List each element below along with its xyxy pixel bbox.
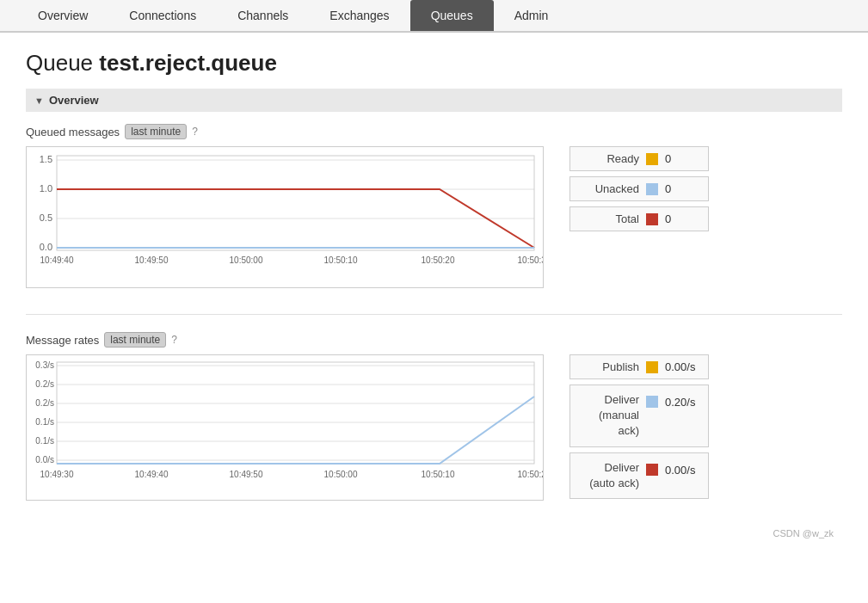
svg-text:0.2/s: 0.2/s [35,379,54,389]
queued-messages-help[interactable]: ? [192,126,198,138]
svg-text:10:50:00: 10:50:00 [324,470,358,479]
message-rates-svg: 0.3/s 0.2/s 0.2/s 0.1/s 0.1/s 0.0/s [27,355,543,497]
overview-section-header[interactable]: ▼ Overview [26,89,842,112]
legend-deliver-manual-label: Deliver(manualack) [579,392,639,440]
svg-text:10:50:00: 10:50:00 [230,255,263,265]
page-title-prefix: Queue [26,50,99,76]
svg-text:10:50:20: 10:50:20 [422,255,455,265]
svg-text:10:49:50: 10:49:50 [135,255,169,265]
legend-deliver-auto-value: 0.00/s [665,464,699,477]
message-rates-title: Message rates [26,334,99,347]
queued-messages-chart: 1.5 1.0 0.5 0.0 [26,146,544,288]
legend-item-total: Total 0 [569,206,709,231]
legend-item-deliver-manual: Deliver(manualack) 0.20/s [569,385,709,447]
svg-rect-27 [57,362,534,464]
legend-total-value: 0 [665,212,699,225]
tab-exchanges[interactable]: Exchanges [309,0,409,31]
legend-publish-label: Publish [579,360,639,373]
svg-text:10:49:40: 10:49:40 [135,470,169,479]
svg-text:1.5: 1.5 [40,154,52,164]
legend-unacked-color [646,183,658,195]
svg-text:10:49:50: 10:49:50 [230,470,263,479]
legend-unacked-label: Unacked [579,182,639,195]
svg-text:0.5: 0.5 [40,212,52,223]
legend-deliver-manual-value: 0.20/s [665,396,699,409]
legend-publish-color [646,361,658,373]
svg-text:10:50:30: 10:50:30 [518,255,543,265]
svg-text:1.0: 1.0 [40,183,52,194]
svg-text:0.2/s: 0.2/s [35,398,54,408]
nav-bar: Overview Connections Channels Exchanges … [0,0,868,33]
queued-messages-title: Queued messages [26,126,120,138]
message-rates-chart: 0.3/s 0.2/s 0.2/s 0.1/s 0.1/s 0.0/s [26,354,544,501]
svg-text:10:49:30: 10:49:30 [40,470,74,479]
tab-admin[interactable]: Admin [494,0,569,31]
svg-text:10:50:20: 10:50:20 [518,470,543,479]
queued-messages-label-row: Queued messages last minute ? [26,124,842,139]
overview-section-label: Overview [49,94,99,107]
message-rates-chart-area: 0.3/s 0.2/s 0.2/s 0.1/s 0.1/s 0.0/s [26,354,842,502]
queued-messages-svg: 1.5 1.0 0.5 0.0 [27,147,543,285]
svg-text:0.0/s: 0.0/s [35,455,54,465]
tab-overview[interactable]: Overview [17,0,108,31]
tab-channels[interactable]: Channels [217,0,309,31]
queued-messages-section: Queued messages last minute ? 1.5 1.0 0.… [26,124,842,288]
legend-ready-value: 0 [665,152,699,165]
svg-text:10:49:40: 10:49:40 [40,255,74,265]
message-rates-badge[interactable]: last minute [104,332,166,348]
section-divider-1 [26,314,842,315]
page-title-name: test.reject.queue [99,50,277,76]
legend-item-ready: Ready 0 [569,146,709,171]
message-rates-section: Message rates last minute ? 0.3/s 0.2/s … [26,332,842,502]
queued-messages-chart-area: 1.5 1.0 0.5 0.0 [26,146,842,288]
section-collapse-arrow: ▼ [34,95,44,106]
legend-deliver-auto-color [646,464,658,476]
page-title: Queue test.reject.queue [26,50,842,77]
legend-publish-value: 0.00/s [665,360,699,373]
svg-text:0.0: 0.0 [40,242,52,252]
legend-total-label: Total [579,212,639,225]
message-rates-legend: Publish 0.00/s Deliver(manualack) 0.20/s… [569,354,709,502]
queued-messages-badge[interactable]: last minute [125,124,187,139]
svg-text:10:50:10: 10:50:10 [324,255,358,265]
legend-item-unacked: Unacked 0 [569,176,709,201]
tab-connections[interactable]: Connections [108,0,217,31]
queued-messages-legend: Ready 0 Unacked 0 Total 0 [569,146,709,235]
svg-text:0.1/s: 0.1/s [35,417,54,427]
page-content: Queue test.reject.queue ▼ Overview Queue… [0,33,868,556]
svg-text:0.3/s: 0.3/s [35,360,54,370]
legend-item-publish: Publish 0.00/s [569,354,709,379]
legend-total-color [646,213,658,225]
legend-unacked-value: 0 [665,182,699,195]
tab-queues[interactable]: Queues [410,0,494,31]
legend-ready-color [646,153,658,165]
legend-item-deliver-auto: Deliver(auto ack) 0.00/s [569,452,709,499]
message-rates-label-row: Message rates last minute ? [26,332,842,348]
message-rates-help[interactable]: ? [171,334,177,346]
legend-deliver-auto-label: Deliver(auto ack) [579,460,639,491]
svg-text:10:50:10: 10:50:10 [422,470,455,479]
svg-text:0.1/s: 0.1/s [35,436,54,446]
legend-ready-label: Ready [579,152,639,165]
legend-deliver-manual-color [646,396,658,408]
watermark: CSDN @w_zk [26,528,842,538]
